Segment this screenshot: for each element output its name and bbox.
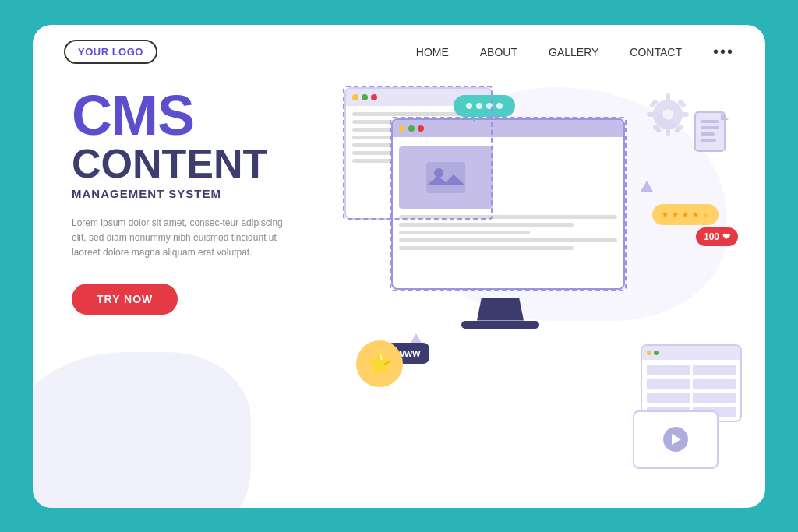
play-icon [672,434,681,445]
svg-rect-1 [666,93,670,103]
svg-rect-2 [666,126,670,136]
rating-star-3: ★ [682,210,689,219]
logo-text: YOUR [78,46,112,58]
svg-rect-4 [680,112,689,117]
chat-bubble [454,95,515,117]
chat-dot-3 [486,103,493,109]
nav-contact[interactable]: CONTACT [630,46,682,58]
gear-icon [641,87,695,145]
content-heading: CONTENT [72,143,321,184]
management-subtitle: MANAGEMENT SYSTEM [72,187,321,200]
mini-cell-2 [693,365,736,375]
star-icon: ⭐ [366,351,394,376]
small-dot-1 [647,351,651,355]
rating-star-2: ★ [672,210,679,219]
dot-green-back [362,94,368,100]
rating-star-5: ★ [702,210,709,219]
cms-heading: CMS [72,87,321,143]
svg-rect-13 [701,120,719,123]
nav-home[interactable]: HOME [416,46,449,58]
play-button[interactable] [663,427,688,452]
heart-icon: ❤ [722,231,730,242]
dot-green-front [408,125,415,132]
browser-bar-front [393,120,623,137]
bg-blob-1 [33,352,251,508]
svg-point-19 [434,168,443,178]
mini-cell-5 [647,393,690,403]
logo-bold: LOGO [112,46,143,58]
content-line [399,246,574,250]
monitor-stand [477,298,524,321]
video-card[interactable] [633,410,719,469]
image-placeholder [399,146,493,209]
content-line [399,238,617,242]
navbar: YOUR LOGO HOME ABOUT GALLERY CONTACT ••• [33,25,765,79]
mini-cell-6 [693,393,736,403]
triangle-1 [641,181,653,192]
svg-point-10 [663,110,673,119]
main-card: YOUR LOGO HOME ABOUT GALLERY CONTACT •••… [33,25,765,508]
mini-cell-3 [647,379,690,389]
dot-yellow-front [399,125,405,132]
dot-red-back [371,94,377,100]
nav-links: HOME ABOUT GALLERY CONTACT ••• [416,43,734,61]
monitor-base [461,321,539,329]
star-badge: ⭐ [356,340,403,387]
svg-rect-14 [701,126,719,129]
rating-bubble: ★ ★ ★ ★ ★ [652,204,719,225]
small-card-bar [642,346,740,360]
chat-dot-2 [476,103,482,109]
try-now-button[interactable]: TRY NOW [72,284,178,315]
svg-rect-3 [647,112,656,117]
dot-yellow-back [352,94,358,100]
mini-cell-4 [693,379,736,389]
rating-star-4: ★ [692,210,699,219]
mini-cell-1 [647,365,690,375]
document-icon [691,111,734,164]
like-count: 100 [704,231,719,242]
browser-window-front [391,118,625,290]
browser-content-front [393,137,623,260]
nav-more-button[interactable]: ••• [713,43,734,61]
chat-dot-1 [466,103,472,109]
svg-rect-16 [701,139,716,142]
logo[interactable]: YOUR LOGO [64,40,157,64]
small-dot-2 [654,351,659,355]
hero-left: CMS CONTENT MANAGEMENT SYSTEM Lorem ipsu… [72,87,321,315]
rating-star-1: ★ [662,210,669,219]
hero-illustration: ★ ★ ★ ★ ★ 100 ❤ www ⭐ [344,72,750,484]
content-line [399,215,617,219]
svg-rect-15 [701,132,715,136]
content-line [399,223,574,227]
svg-rect-18 [426,162,465,193]
chat-dot-4 [496,103,503,109]
monitor [383,298,617,484]
dot-red-front [418,125,424,132]
nav-gallery[interactable]: GALLERY [549,46,598,58]
hero-description: Lorem ipsum dolor sit amet, consec-teur … [72,216,290,261]
like-badge: 100 ❤ [696,227,738,246]
svg-rect-12 [695,112,725,151]
nav-about[interactable]: ABOUT [480,46,517,58]
content-line [399,231,530,234]
